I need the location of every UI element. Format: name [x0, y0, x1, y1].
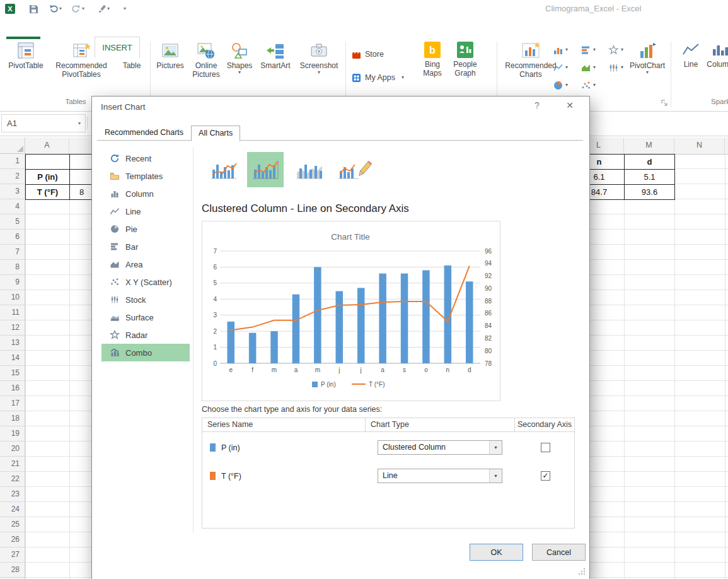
row-header-3[interactable]: 3 [0, 184, 25, 199]
chart-type-surface[interactable]: Surface [101, 308, 190, 326]
chart-type-area[interactable]: Area [101, 255, 190, 273]
tab-all-charts[interactable]: All Charts [191, 126, 240, 141]
subtype-clustered-column-line-secondary-axis[interactable] [247, 152, 284, 187]
chart-type-combo[interactable]: Combo [101, 344, 190, 361]
pictures-button[interactable]: Pictures [154, 40, 187, 70]
chart-type-pie[interactable]: Pie [101, 220, 190, 238]
redo-icon[interactable] [71, 3, 82, 15]
screenshot-button[interactable]: Screenshot ▾ [298, 40, 340, 75]
secondary-axis-checkbox-t[interactable]: ✓ [541, 471, 550, 481]
insert-line-chart-button[interactable]: ▾ [547, 59, 574, 76]
subtype-custom-combination[interactable] [334, 152, 376, 187]
my-apps-button[interactable]: My Apps ▾ [352, 71, 404, 84]
charts-dialog-launcher[interactable] [661, 98, 669, 107]
insert-radar-chart-button[interactable]: ▾ [603, 42, 629, 58]
name-box[interactable]: A1 ▾ [1, 114, 86, 132]
row-header-18[interactable]: 18 [0, 411, 25, 426]
row-header-15[interactable]: 15 [0, 366, 25, 381]
shapes-button[interactable]: Shapes ▾ [224, 40, 255, 75]
people-graph-button[interactable]: People Graph [449, 40, 482, 78]
chart-type-line[interactable]: Line [101, 202, 190, 220]
cell-B2[interactable] [70, 170, 92, 185]
row-header-20[interactable]: 20 [0, 442, 25, 457]
tab-recommended-charts[interactable]: Recommended Charts [97, 125, 191, 141]
row-header-11[interactable]: 11 [0, 305, 25, 320]
row-header-1[interactable]: 1 [0, 154, 25, 169]
cell-B1[interactable] [70, 155, 92, 170]
chart-type-dropdown-p[interactable]: Clustered Column ▾ [378, 440, 502, 455]
row-header-5[interactable]: 5 [0, 214, 25, 230]
undo-icon[interactable] [48, 3, 59, 15]
chart-type-radar[interactable]: Radar [101, 326, 190, 344]
excel-logo-icon[interactable]: X [5, 3, 16, 15]
chart-type-bar[interactable]: Bar [101, 238, 190, 255]
cell-A1[interactable] [26, 155, 70, 170]
row-header-21[interactable]: 21 [0, 457, 25, 472]
store-button[interactable]: Store [352, 48, 384, 61]
insert-column-chart-button[interactable]: ▾ [547, 42, 574, 58]
row-header-4[interactable]: 4 [0, 199, 25, 214]
bing-maps-button[interactable]: b Bing Maps [417, 40, 448, 78]
chart-type-recent[interactable]: Recent [101, 149, 190, 167]
insert-area-chart-button[interactable]: ▾ [575, 59, 601, 76]
row-header-10[interactable]: 10 [0, 290, 25, 305]
sparkline-line-button[interactable]: Line [677, 40, 705, 69]
redo-caret-icon[interactable]: ▾ [82, 6, 84, 11]
chart-type-templates[interactable]: Templates [101, 167, 190, 185]
column-header-N[interactable]: N [674, 137, 725, 153]
secondary-axis-checkbox-p[interactable] [541, 443, 550, 452]
column-header-M[interactable]: M [624, 137, 674, 153]
chart-type-column[interactable]: Column [101, 185, 190, 202]
cell-A3[interactable]: T (°F) [26, 185, 70, 200]
close-button[interactable]: ✕ [558, 100, 581, 113]
dropdown-caret-icon[interactable]: ▾ [489, 469, 502, 482]
chart-type-stock[interactable]: Stock [101, 291, 190, 308]
pivotchart-button[interactable]: PivotChart ▾ [627, 40, 667, 75]
row-header-8[interactable]: 8 [0, 260, 25, 275]
insert-bar-chart-button[interactable]: ▾ [575, 42, 601, 58]
row-header-27[interactable]: 27 [0, 547, 25, 563]
row-header-13[interactable]: 13 [0, 336, 25, 351]
row-header-9[interactable]: 9 [0, 275, 25, 290]
row-header-26[interactable]: 26 [0, 532, 25, 547]
select-all-corner[interactable] [0, 137, 25, 154]
row-header-14[interactable]: 14 [0, 351, 25, 366]
help-button[interactable]: ? [529, 100, 545, 113]
tab-insert[interactable]: INSERT [95, 37, 140, 58]
subtype-clustered-column-line[interactable] [205, 152, 242, 187]
row-header-23[interactable]: 23 [0, 487, 25, 502]
insert-scatter-chart-button[interactable]: ▾ [575, 77, 601, 93]
row-header-12[interactable]: 12 [0, 320, 25, 336]
chart-type-xy-scatter[interactable]: X Y (Scatter) [101, 273, 190, 291]
subtype-stacked-area-clustered-column[interactable] [291, 152, 328, 187]
pen-mode-icon[interactable] [96, 3, 107, 15]
row-header-16[interactable]: 16 [0, 381, 25, 396]
row-header-24[interactable]: 24 [0, 502, 25, 517]
online-pictures-button[interactable]: Online Pictures [189, 40, 223, 79]
pivottable-button[interactable]: PivotTable [6, 40, 45, 70]
dropdown-caret-icon[interactable]: ▾ [489, 441, 502, 454]
row-header-2[interactable]: 2 [0, 169, 25, 184]
cell-M3[interactable]: 93.6 [625, 185, 675, 200]
chart-type-dropdown-t[interactable]: Line ▾ [378, 469, 502, 483]
sparkline-column-button[interactable]: Column [706, 40, 728, 69]
insert-pie-chart-button[interactable]: ▾ [547, 77, 574, 93]
row-header-19[interactable]: 19 [0, 426, 25, 442]
cell-M1[interactable]: d [625, 155, 675, 170]
row-header-28[interactable]: 28 [0, 563, 25, 578]
column-header-A[interactable]: A [25, 137, 69, 153]
insert-stock-chart-button[interactable]: ▾ [603, 59, 629, 76]
save-icon[interactable] [28, 3, 39, 15]
column-header-O[interactable]: O [725, 137, 728, 153]
pen-caret-icon[interactable]: ▾ [107, 6, 110, 11]
cell-B3[interactable]: 8 [70, 185, 92, 200]
cell-M2[interactable]: 5.1 [625, 170, 675, 185]
resize-grip[interactable] [577, 567, 586, 576]
ok-button[interactable]: OK [470, 544, 523, 561]
row-header-22[interactable]: 22 [0, 472, 25, 487]
row-header-7[interactable]: 7 [0, 245, 25, 260]
smartart-button[interactable]: SmartArt [256, 40, 295, 70]
cancel-button[interactable]: Cancel [532, 544, 586, 561]
name-box-caret-icon[interactable]: ▾ [78, 120, 81, 126]
undo-caret-icon[interactable]: ▾ [59, 6, 62, 11]
